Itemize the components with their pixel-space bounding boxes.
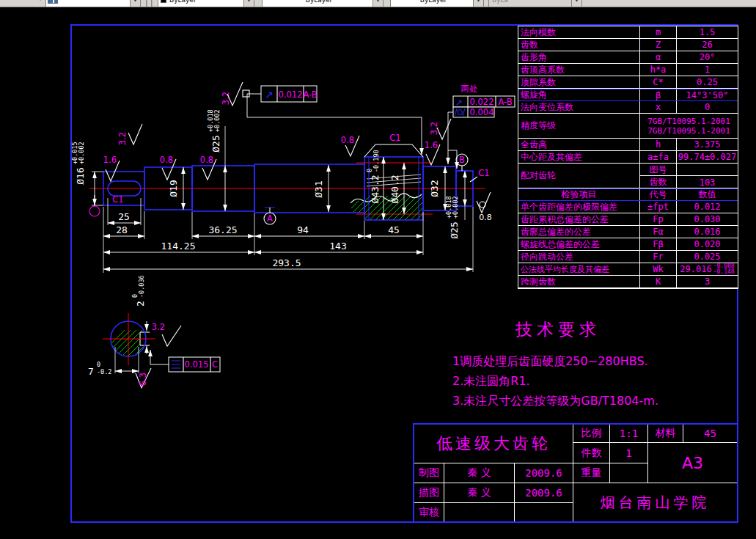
dim-label-114-25: 114.25 bbox=[161, 241, 196, 252]
param-sym: h*a bbox=[640, 64, 677, 76]
roughness-value: 3.2 bbox=[117, 132, 128, 145]
linetype-dropdown[interactable]: ByLayer ▼ bbox=[262, 0, 383, 7]
param-sym: a±fa bbox=[640, 151, 677, 163]
datum-ref: C bbox=[212, 359, 218, 370]
param-row-wk: 公法线平均长度及其偏差 Wk 29.016 -0.088 -0.148 bbox=[518, 263, 738, 276]
param-sym: 代号 bbox=[640, 189, 677, 200]
tech-req-line: 1调质处理后齿面硬度250~280HBS. bbox=[452, 351, 724, 371]
param-name: 齿形角 bbox=[518, 51, 640, 63]
param-name: 齿距累积总偏差的公差 bbox=[518, 213, 640, 225]
tech-req-line: 2.未注圆角R1. bbox=[452, 371, 724, 391]
param-val: 0.012 bbox=[677, 201, 738, 213]
param-val bbox=[677, 164, 738, 175]
note-two-places: 两处 bbox=[461, 84, 478, 94]
dim-label-dia19: Ø19 bbox=[168, 180, 179, 197]
chevron-down-icon[interactable]: ▼ bbox=[243, 0, 254, 7]
wk-main: 29.016 bbox=[680, 264, 711, 274]
layer-dropdown[interactable]: ▼ bbox=[45, 0, 141, 7]
dim-tol: +0.002 bbox=[452, 196, 459, 219]
tech-req-title: 技术要求 bbox=[515, 318, 724, 341]
param-row: 齿形角α20° bbox=[518, 51, 738, 64]
param-name: 精度等级 bbox=[518, 114, 640, 138]
param-sym: x bbox=[640, 101, 677, 113]
dim-tol: +0.002 bbox=[78, 142, 85, 164]
param-row: 单个齿距偏差的极限偏差±fpt0.012 bbox=[518, 201, 738, 213]
param-val: 103 bbox=[677, 176, 738, 188]
sheet-size: A3 bbox=[648, 443, 737, 483]
param-sym: h bbox=[640, 139, 677, 150]
param-val: 1 bbox=[677, 64, 738, 76]
chevron-down-icon[interactable]: ▼ bbox=[571, 0, 581, 7]
lineweight-dropdown[interactable]: ByLayer ▼ bbox=[390, 0, 484, 7]
param-name: 螺旋线总偏差的公差 bbox=[518, 238, 640, 250]
param-val: 3.375 bbox=[677, 139, 738, 150]
lineweight-value: ByLayer bbox=[391, 0, 473, 4]
roughness-value: 1.6 bbox=[425, 140, 438, 150]
param-row: 法向变位系数x0 bbox=[518, 101, 738, 114]
dim-label-dia25: Ø25 bbox=[210, 135, 221, 152]
param-row: 螺旋线总偏差的公差Fβ0.020 bbox=[518, 238, 738, 251]
roughness-value: 0.8 bbox=[200, 155, 213, 165]
param-name: 公法线平均长度及其偏差 bbox=[518, 263, 640, 275]
tolerance-value: 0.015 bbox=[185, 359, 209, 370]
weight-label: 重量 bbox=[573, 463, 610, 483]
plotstyle-dropdown[interactable]: ByLa ▼ bbox=[488, 0, 582, 7]
dim-label-36-25: 36.25 bbox=[208, 224, 237, 235]
roughness-value: 1.6 bbox=[103, 155, 117, 165]
datum-b-label: B bbox=[459, 155, 465, 165]
precision-grade-line1: 7GB/T10095.1-2001 bbox=[647, 117, 730, 126]
quantity-label: 件数 bbox=[573, 443, 610, 463]
param-sym: ±fpt bbox=[640, 201, 677, 213]
param-row: 全齿高h3.375 bbox=[518, 139, 738, 151]
precision-grade-line2: 7GB/T10095.1-2001 bbox=[647, 126, 730, 136]
drawn-date: 2009.6 bbox=[515, 463, 573, 483]
datum-ref: A-B bbox=[498, 97, 512, 107]
dim-tol: +0.002 bbox=[213, 109, 221, 132]
param-row: 螺旋角β14°3'50" bbox=[518, 89, 738, 101]
param-sym: Fr bbox=[640, 251, 677, 263]
circular-runout-icon: ↗ bbox=[455, 98, 463, 108]
dim-label-dia16: Ø16 bbox=[75, 167, 86, 184]
tolerance-value: 0.004 bbox=[470, 107, 494, 117]
param-val: 0.25 bbox=[677, 76, 738, 88]
chevron-down-icon[interactable]: ▼ bbox=[473, 0, 483, 7]
scale-value: 1:1 bbox=[610, 425, 648, 443]
dim-label-dia40-2: Ø40.2 bbox=[389, 175, 400, 203]
chevron-down-icon[interactable]: ▼ bbox=[373, 0, 383, 7]
properties-toolbar: ▾ ▼ ByLayer ▼ ByLayer ▼ ByLayer ▼ ByLa ▼ bbox=[0, 0, 756, 7]
param-val: 29.016 -0.088 -0.148 bbox=[677, 263, 738, 275]
dim-tol: 0 bbox=[97, 361, 100, 368]
scale-label: 比例 bbox=[573, 425, 610, 443]
color-dropdown[interactable]: ByLayer ▼ bbox=[158, 0, 254, 7]
chevron-down-icon[interactable]: ▼ bbox=[130, 0, 140, 7]
param-val: 20° bbox=[677, 51, 738, 63]
param-name: 径向跳动公差 bbox=[518, 251, 640, 263]
organization-name: 烟台南山学院 bbox=[573, 483, 737, 521]
linetype-value: ByLayer bbox=[263, 0, 373, 4]
chamfer-label: C1 bbox=[389, 133, 400, 143]
param-val: 1.5 bbox=[677, 26, 738, 38]
tolerance-value: 0.022 bbox=[470, 97, 494, 107]
roughness-value: 0.8 bbox=[479, 213, 492, 222]
chamfer-label: C1 bbox=[112, 194, 123, 205]
autocad-window: ▾ ▼ ByLayer ▼ ByLayer ▼ ByLayer ▼ ByLa ▼ bbox=[0, 0, 756, 539]
dim-tol: -0.036 bbox=[138, 275, 145, 298]
param-val: 0.020 bbox=[677, 238, 738, 250]
param-row: 齿顶高系数h*a1 bbox=[518, 64, 738, 76]
circular-runout-icon: ↗ bbox=[265, 89, 274, 100]
dim-label-25: 25 bbox=[118, 211, 130, 222]
param-row: 径向跳动公差Fr0.025 bbox=[518, 251, 738, 263]
dim-tol: -0.190 bbox=[373, 150, 380, 172]
weight-value bbox=[610, 463, 648, 483]
param-name: 单个齿距偏差的极限偏差 bbox=[518, 201, 640, 213]
roughness-value: 0.8 bbox=[341, 135, 354, 145]
param-row: 齿距累积总偏差的公差Fp0.030 bbox=[518, 213, 738, 226]
roughness-value: 6.3 bbox=[138, 373, 148, 386]
checked-label: 审核 bbox=[414, 503, 444, 521]
plotstyle-value: ByLa bbox=[489, 0, 571, 4]
chevron-down-icon[interactable]: ▾ bbox=[39, 0, 42, 2]
drawing-title: 低速级大齿轮 bbox=[414, 425, 573, 463]
checked-date bbox=[515, 503, 573, 521]
param-sym: Fp bbox=[640, 213, 677, 225]
quantity-value: 1 bbox=[610, 443, 648, 463]
